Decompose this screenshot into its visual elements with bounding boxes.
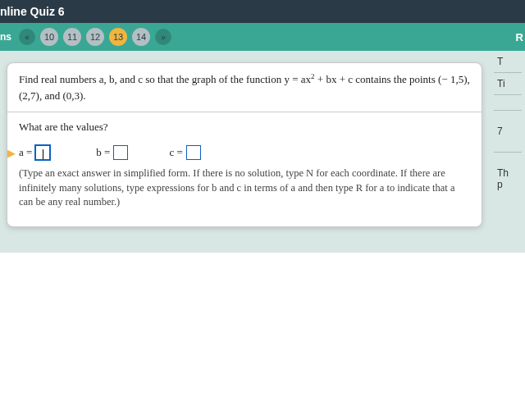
prompt-mid: + bx + c contains the points ( <box>315 73 442 85</box>
quiz-title: nline Quiz 6 <box>0 5 65 18</box>
nav-item-10[interactable]: 10 <box>40 28 58 46</box>
side-frag-1: T <box>494 51 522 73</box>
question-prompt: Find real numbers a, b, and c so that th… <box>7 63 482 112</box>
content-area: Find real numbers a, b, and c so that th… <box>0 51 525 253</box>
side-panel-fragment: T Ti 7 Th p <box>494 51 522 190</box>
input-c[interactable] <box>186 145 201 160</box>
nav-next-button[interactable]: » <box>155 29 171 45</box>
side-frag-4b: p <box>494 179 522 190</box>
chevron-left-icon: « <box>25 33 30 42</box>
label-a: a = <box>19 146 32 159</box>
input-a[interactable] <box>35 145 50 160</box>
side-frag-4a: Th <box>494 167 522 179</box>
side-frag-3: 7 <box>494 126 522 137</box>
nav-label: ns <box>0 31 11 43</box>
prompt-prefix: Find real numbers a, b, and c so that th… <box>19 73 311 85</box>
nav-prev-button[interactable]: « <box>19 29 35 45</box>
point-3: 0,3 <box>66 89 80 102</box>
label-c: c = <box>169 146 182 159</box>
question-card: Find real numbers a, b, and c so that th… <box>7 62 482 227</box>
nav-item-13[interactable]: 13 <box>109 28 127 46</box>
question-nav: ns « 10 11 12 13 14 » R <box>0 23 525 51</box>
nav-item-14[interactable]: 14 <box>132 28 150 46</box>
label-b: b = <box>96 146 110 159</box>
app-header: nline Quiz 6 <box>0 0 525 23</box>
focus-pointer-icon: ▶ <box>7 147 16 160</box>
answer-section: What are the values? ▶ a = b = c = (Type… <box>7 112 482 226</box>
nav-item-12[interactable]: 12 <box>86 28 104 46</box>
input-b[interactable] <box>113 145 128 160</box>
nav-right-fragment: R <box>516 31 523 43</box>
side-frag-2: Ti <box>494 73 522 95</box>
value-row: ▶ a = b = c = <box>19 145 470 160</box>
nav-item-11[interactable]: 11 <box>63 28 81 46</box>
hint-text: (Type an exact answer in simplified form… <box>19 167 470 210</box>
answer-heading: What are the values? <box>19 121 470 134</box>
point-1: − 1,5 <box>441 73 463 85</box>
point-2: 2,7 <box>22 89 35 102</box>
chevron-right-icon: » <box>161 33 166 42</box>
